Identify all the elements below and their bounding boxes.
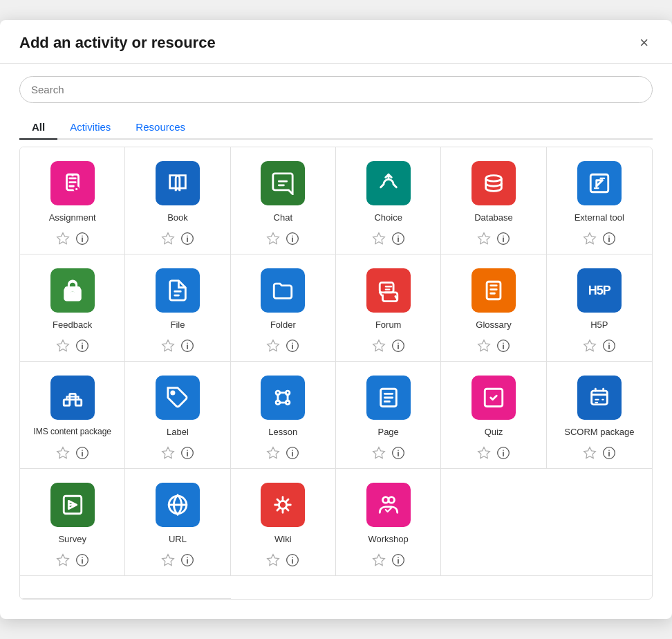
svg-point-80 xyxy=(398,450,399,451)
url-icon xyxy=(156,483,200,527)
svg-marker-2 xyxy=(57,233,68,244)
folder-label: Folder xyxy=(270,320,296,332)
external-tool-info[interactable] xyxy=(602,232,616,246)
list-item: Glossary xyxy=(441,254,546,362)
page-icon xyxy=(366,376,411,420)
lesson-icon xyxy=(261,376,305,420)
external-tool-actions xyxy=(583,232,616,246)
label-star[interactable] xyxy=(161,446,175,460)
chat-info[interactable] xyxy=(286,232,299,246)
quiz-star[interactable] xyxy=(477,446,491,460)
external-tool-star[interactable] xyxy=(583,232,597,246)
wiki-info[interactable] xyxy=(286,553,299,567)
database-info[interactable] xyxy=(496,232,510,246)
chat-icon xyxy=(261,161,305,205)
modal-body: All Activities Resources Assignment xyxy=(0,64,672,619)
assignment-star[interactable] xyxy=(56,232,70,246)
url-info[interactable] xyxy=(180,553,194,567)
list-item: H5P H5P xyxy=(547,254,652,362)
ims-actions xyxy=(56,446,89,460)
quiz-info[interactable] xyxy=(496,446,510,460)
list-item: Book xyxy=(125,147,230,254)
file-star[interactable] xyxy=(161,339,175,353)
database-star[interactable] xyxy=(477,232,491,246)
svg-point-105 xyxy=(292,557,293,558)
database-label: Database xyxy=(474,212,513,225)
modal: Add an activity or resource × All Activi… xyxy=(0,20,672,619)
svg-point-46 xyxy=(398,342,399,344)
svg-point-62 xyxy=(82,450,83,451)
svg-marker-64 xyxy=(162,447,174,459)
svg-point-37 xyxy=(187,342,188,344)
book-star[interactable] xyxy=(161,232,175,246)
choice-star[interactable] xyxy=(372,232,386,246)
list-item: Choice xyxy=(336,147,441,254)
scorm-info[interactable] xyxy=(602,446,616,460)
glossary-info[interactable] xyxy=(496,339,510,353)
external-tool-label: External tool xyxy=(575,212,624,225)
ims-label: IMS content package xyxy=(33,427,111,439)
file-info[interactable] xyxy=(180,339,194,353)
scorm-icon xyxy=(577,376,622,420)
forum-info[interactable] xyxy=(391,339,405,353)
quiz-actions xyxy=(477,446,510,460)
list-item: Folder xyxy=(231,254,336,362)
feedback-star[interactable] xyxy=(56,339,70,353)
folder-actions xyxy=(266,339,299,353)
tab-activities[interactable]: Activities xyxy=(57,115,123,140)
folder-info[interactable] xyxy=(286,339,299,353)
database-actions xyxy=(477,232,510,246)
ims-star[interactable] xyxy=(56,446,70,460)
list-item: IMS content package xyxy=(20,362,125,469)
workshop-info[interactable] xyxy=(391,553,405,567)
survey-info[interactable] xyxy=(75,553,89,567)
page-info[interactable] xyxy=(391,446,405,460)
survey-star[interactable] xyxy=(56,553,70,567)
folder-star[interactable] xyxy=(266,339,280,353)
wiki-star[interactable] xyxy=(266,553,280,567)
svg-marker-48 xyxy=(478,340,490,351)
url-star[interactable] xyxy=(161,553,175,567)
h5p-info[interactable] xyxy=(602,339,616,353)
empty-cell xyxy=(125,576,230,599)
database-icon xyxy=(472,161,516,205)
svg-marker-82 xyxy=(478,447,490,459)
modal-title: Add an activity or resource xyxy=(19,34,216,52)
workshop-star[interactable] xyxy=(372,553,386,567)
lesson-info[interactable] xyxy=(286,446,299,460)
svg-point-41 xyxy=(292,342,293,344)
scorm-star[interactable] xyxy=(583,446,597,460)
svg-marker-92 xyxy=(57,555,68,566)
glossary-star[interactable] xyxy=(477,339,491,353)
tab-all[interactable]: All xyxy=(19,115,57,140)
svg-marker-108 xyxy=(373,555,384,566)
survey-icon xyxy=(50,483,95,527)
list-item: Forum xyxy=(336,254,441,362)
tab-resources[interactable]: Resources xyxy=(123,115,198,140)
ims-info[interactable] xyxy=(75,446,89,460)
search-input[interactable] xyxy=(19,76,653,103)
glossary-label: Glossary xyxy=(476,320,511,332)
url-actions xyxy=(161,553,194,567)
page-star[interactable] xyxy=(372,446,386,460)
svg-point-29 xyxy=(71,293,75,297)
list-item: Lesson xyxy=(231,362,336,469)
chat-star[interactable] xyxy=(266,232,280,246)
book-info[interactable] xyxy=(180,232,194,246)
forum-star[interactable] xyxy=(372,339,386,353)
choice-info[interactable] xyxy=(391,232,405,246)
svg-point-63 xyxy=(171,391,174,394)
lesson-star[interactable] xyxy=(266,446,280,460)
assignment-info[interactable] xyxy=(75,232,89,246)
svg-point-67 xyxy=(187,450,188,451)
h5p-label: H5P xyxy=(590,320,608,332)
h5p-star[interactable] xyxy=(583,339,597,353)
label-info[interactable] xyxy=(180,446,194,460)
list-item: Survey xyxy=(20,469,125,576)
svg-marker-52 xyxy=(584,340,595,351)
folder-icon xyxy=(261,268,305,313)
feedback-info[interactable] xyxy=(75,339,89,353)
scorm-label: SCORM package xyxy=(564,427,634,439)
close-button[interactable]: × xyxy=(635,34,653,52)
lesson-actions xyxy=(266,446,299,460)
